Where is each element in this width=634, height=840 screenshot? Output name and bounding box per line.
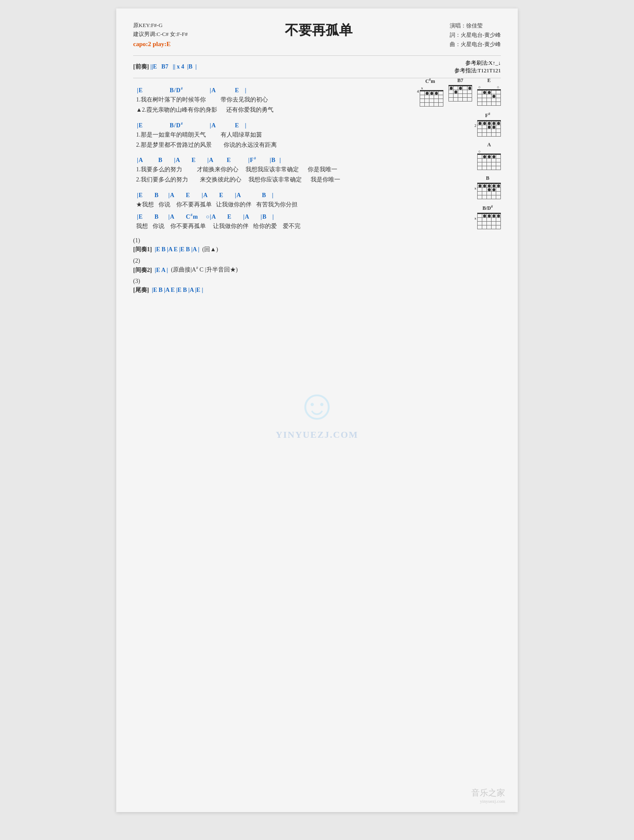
chorus-block: |E B |A E |A E |A B | ★我想 你说 你不要再孤单 让我做你…: [133, 191, 404, 231]
diagram-b-label: B: [486, 175, 489, 181]
header-left: 原KEY:F#-G 建议男调:C-C# 女:F-F# capo:2 play:E: [133, 21, 188, 49]
composer: 曲：火星电台-黄少峰: [450, 40, 501, 49]
watermark-text: YINYUEZJ.COM: [276, 429, 358, 440]
diagram-a: A ○: [477, 142, 501, 170]
diagram-bds-grid: [477, 213, 501, 229]
diagram-fsharp-label: F#: [485, 112, 490, 119]
diagram-row3: A ○: [408, 142, 501, 170]
diagram-csharp-grid: [420, 90, 443, 107]
chorus-lyrics2: 我想 你说 你不要再孤单 让我做你的伴 给你的爱 爱不完: [133, 221, 404, 231]
key-suggestion: 建议男调:C-C# 女:F-F#: [133, 30, 188, 39]
interlude2-note: (原曲接|A# C |升半音回★): [169, 266, 238, 273]
key-info: 原KEY:F#-G: [133, 21, 188, 30]
diagram-fsharp-fret: 2: [475, 124, 477, 128]
interlude2-chords: |E A |: [155, 266, 168, 273]
chorus-chords1: |E B |A E |A E |A B |: [133, 191, 404, 200]
diagram-b-fret: x: [475, 186, 477, 190]
paren3: (3): [133, 278, 404, 285]
divider: [133, 55, 501, 56]
singer: 演唱：徐佳莹: [450, 21, 501, 30]
verse1-chords1: |E B/D# |A E |: [133, 86, 404, 95]
diagram-csharp-m: C#m 4 x: [417, 77, 444, 107]
interlude1-chords: |E B |A E |E B |A |: [155, 246, 199, 253]
interlude1-label: [间奏1]: [133, 246, 153, 253]
page-footer: 音乐之家 yinyuezj.com: [471, 787, 505, 804]
diagram-bds: B/D# x: [475, 204, 501, 229]
chorus-chords2: |E B |A C#m ○|A E |A |B |: [133, 212, 404, 221]
interlude2-label: [间奏2]: [133, 266, 153, 273]
outro-block: [尾奏] |E B |A E |E B |A |E |: [133, 286, 404, 294]
diagram-row4: B x: [408, 175, 501, 199]
header-center: 不要再孤单: [188, 21, 450, 40]
diagram-b7-label: B7: [457, 77, 463, 84]
verse2-chords1: |E B/D# |A E |: [133, 121, 404, 130]
intro-chords: ||E B7 || x 4 |B |: [150, 63, 197, 70]
diagram-fsharp-grid: [477, 120, 501, 137]
diagram-e: E ○○: [477, 77, 501, 107]
paren2: (2): [133, 258, 404, 264]
outro-line: [尾奏] |E B |A E |E B |A |E |: [133, 286, 404, 294]
diagram-csharp-markers: x: [420, 86, 443, 90]
diagram-b-grid: [477, 183, 501, 199]
diagram-a-markers: ○: [477, 149, 501, 154]
footer-url: yinyuezj.com: [471, 799, 505, 804]
diagram-csharp-fret: 4: [417, 89, 419, 93]
watermark: ☺ YINYUEZJ.COM: [276, 381, 358, 440]
diagram-fsharp: F# 2: [475, 112, 501, 137]
verse2-lyrics1b: 2.那是梦里都不曾路过的风景 你说的永远没有距离: [133, 140, 404, 150]
diagram-a-grid: [477, 154, 501, 170]
chorus-lyrics1: ★我想 你说 你不要再孤单 让我做你的伴 有苦我为你分担: [133, 200, 404, 210]
intro-label: [前奏]: [133, 63, 150, 71]
footer-logo: 音乐之家: [471, 787, 505, 799]
strumming-info: 参考刷法:X↑_↓ 参考指法:T121T121: [454, 59, 501, 74]
header: 原KEY:F#-G 建议男调:C-C# 女:F-F# capo:2 play:E…: [133, 21, 501, 49]
diagram-row2: F# 2: [408, 112, 501, 137]
lyricist: 詞：火星电台-黄少峰: [450, 30, 501, 40]
interlude1-line: [间奏1] |E B |A E |E B |A | (回▲): [133, 246, 404, 253]
header-right: 演唱：徐佳莹 詞：火星电台-黄少峰 曲：火星电台-黄少峰: [450, 21, 501, 49]
choruspre-chords: |A B |A E |A E |F# |B |: [133, 156, 404, 165]
diagram-row1: C#m 4 x: [408, 77, 501, 107]
interlude2-line: [间奏2] |E A | (原曲接|A# C |升半音回★): [133, 266, 404, 274]
strumming-ref2: 参考指法:T121T121: [454, 67, 501, 74]
diagram-b: B x: [475, 175, 501, 199]
verse1-lyrics1b: ▲2.霞光亲吻的山峰有你的身影 还有你爱我的勇气: [133, 105, 404, 115]
diagram-a-label: A: [487, 142, 491, 148]
score-area: |E B/D# |A E | 1.我在树叶落下的时候等你 带你去见我的初心 ▲2…: [133, 82, 408, 298]
interlude2-block: [间奏2] |E A | (原曲接|A# C |升半音回★): [133, 266, 404, 274]
diagram-b7: B7: [448, 77, 472, 107]
diagram-e-grid: [477, 89, 501, 106]
watermark-icon: ☺: [276, 381, 358, 429]
strumming-ref1: 参考刷法:X↑_↓: [454, 59, 501, 67]
diagram-csharp-m-label: C#m: [425, 77, 435, 85]
chorus-pre-block: |A B |A E |A E |F# |B | 1.我要多么的努力 才能换来你的…: [133, 156, 404, 185]
outro-label: [尾奏]: [133, 287, 150, 293]
paren1: (1): [133, 237, 404, 244]
diagram-e-label: E: [487, 77, 491, 84]
capo-info: capo:2 play:E: [133, 39, 188, 49]
choruspre-lyrics1a: 1.我要多么的努力 才能换来你的心 我想我应该非常确定 你是我唯一: [133, 165, 404, 175]
verse1-lyrics1a: 1.我在树叶落下的时候等你 带你去见我的初心: [133, 95, 404, 105]
verse1-block: |E B/D# |A E | 1.我在树叶落下的时候等你 带你去见我的初心 ▲2…: [133, 86, 404, 115]
chord-diagrams: C#m 4 x: [408, 77, 501, 298]
diagram-row5: B/D# x: [408, 204, 501, 229]
interlude1-note: (回▲): [201, 246, 218, 253]
main-content: |E B/D# |A E | 1.我在树叶落下的时候等你 带你去见我的初心 ▲2…: [133, 82, 501, 298]
diagram-b7-grid: [448, 85, 472, 102]
diagram-bds-label: B/D#: [482, 204, 493, 211]
page: 原KEY:F#-G 建议男调:C-C# 女:F-F# capo:2 play:E…: [116, 8, 518, 812]
verse2-lyrics1a: 1.那是一如童年的晴朗天气 有人唱绿草如茵: [133, 130, 404, 140]
interlude1-block: [间奏1] |E B |A E |E B |A | (回▲): [133, 246, 404, 253]
outro-chords: |E B |A E |E B |A |E |: [152, 287, 203, 293]
verse2-block: |E B/D# |A E | 1.那是一如童年的晴朗天气 有人唱绿草如茵 2.那…: [133, 121, 404, 150]
diagram-e-markers: ○○: [477, 85, 501, 89]
diagram-bds-fret: x: [475, 216, 477, 220]
song-title: 不要再孤单: [188, 21, 450, 40]
intro-line: [前奏] ||E B7 || x 4 |B |: [133, 63, 197, 71]
choruspre-lyrics1b: 2.我们要多么的努力 来交换彼此的心 我想你应该非常确定 我是你唯一: [133, 175, 404, 185]
